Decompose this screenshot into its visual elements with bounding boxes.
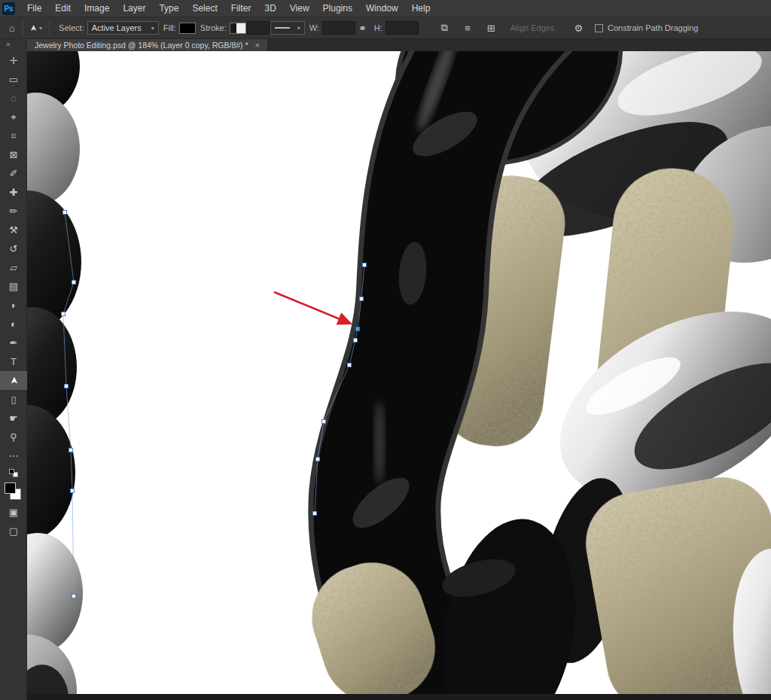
eyedropper-tool-icon: ✐	[10, 168, 18, 179]
tool-preset-picker[interactable]: ➤ ▾	[28, 23, 44, 33]
crop-tool-icon: ⌗	[11, 130, 16, 142]
menu-image[interactable]: Image	[78, 0, 116, 17]
select-mode-dropdown[interactable]: Active Layers ▾	[87, 21, 159, 35]
path-operations-icon[interactable]: ⧉	[438, 22, 451, 34]
chevron-down-icon: ▾	[151, 25, 154, 32]
move-tool[interactable]: ✛	[0, 51, 27, 70]
chevron-down-icon: ▾	[297, 25, 300, 32]
object-selection-tool[interactable]: ⌖	[0, 108, 27, 126]
eraser-tool[interactable]: ▱	[0, 258, 27, 277]
menu-help[interactable]: Help	[405, 0, 437, 17]
hand-tool[interactable]: ☛	[0, 409, 27, 428]
stroke-style-dropdown[interactable]: ▾	[270, 21, 305, 35]
screen-mode-button[interactable]: ▢	[0, 522, 27, 540]
selected-path-anchor[interactable]	[356, 327, 360, 331]
zoom-tool-icon: ⚲	[10, 431, 17, 443]
divider	[49, 20, 50, 35]
home-icon[interactable]: ⌂	[6, 23, 18, 34]
pen-tool[interactable]: ✒	[0, 333, 27, 352]
rectangular-marquee-tool[interactable]: ▭	[0, 70, 27, 89]
clone-stamp-tool[interactable]: ⚒	[0, 221, 27, 239]
path-anchor[interactable]	[63, 211, 67, 215]
quick-mask-icon: ▣	[9, 507, 18, 518]
path-anchor[interactable]	[354, 339, 358, 342]
close-tab-icon[interactable]: ×	[255, 41, 260, 50]
canvas-svg	[27, 51, 771, 694]
photoshop-window: Ps File Edit Image Layer Type Select Fil…	[0, 0, 771, 700]
constrain-path-label: Constrain Path Dragging	[608, 23, 698, 32]
path-alignment-icon[interactable]: ≡	[462, 23, 474, 34]
menu-select[interactable]: Select	[185, 0, 224, 17]
rectangle-tool-icon: ▯	[11, 394, 16, 405]
constrain-path-checkbox[interactable]	[595, 24, 603, 32]
stroke-width-field[interactable]	[246, 21, 270, 35]
hand-tool-icon: ☛	[9, 412, 18, 424]
path-anchor[interactable]	[69, 449, 73, 452]
spot-healing-tool-icon: ✚	[10, 187, 18, 198]
clone-stamp-tool-icon: ⚒	[9, 224, 18, 236]
menu-window[interactable]: Window	[359, 0, 405, 17]
document-tab-title: Jewelry Photo Editing.psd @ 184% (Layer …	[35, 41, 248, 50]
history-brush-tool[interactable]: ↺	[0, 239, 27, 258]
document-tab-bar: Jewelry Photo Editing.psd @ 184% (Layer …	[27, 39, 771, 51]
menu-3d[interactable]: 3D	[258, 0, 282, 17]
stroke-swatch[interactable]	[230, 23, 246, 34]
edit-toolbar-button[interactable]: ⋯	[0, 446, 27, 465]
zoom-tool[interactable]: ⚲	[0, 428, 27, 446]
align-edges-button[interactable]: Align Edges	[510, 23, 555, 32]
screen-mode-icon: ▢	[9, 525, 18, 537]
height-field[interactable]	[386, 21, 419, 35]
color-swatches	[0, 480, 27, 503]
path-selection-tool[interactable]: ➤	[0, 371, 27, 390]
collapse-toolbar-icon[interactable]: »	[0, 39, 26, 51]
blur-tool[interactable]: ◗	[0, 296, 27, 315]
default-colors-icon[interactable]	[0, 468, 27, 479]
lasso-tool[interactable]: ◌	[0, 89, 27, 108]
path-anchor[interactable]	[348, 364, 352, 367]
link-dimensions-icon[interactable]: ⚭	[355, 23, 370, 34]
path-arrangement-icon[interactable]: ⊞	[484, 23, 498, 34]
frame-tool[interactable]: ⊠	[0, 145, 27, 164]
stroke-label: Stroke:	[200, 23, 227, 32]
brush-tool[interactable]: ✏	[0, 202, 27, 221]
status-bar	[27, 694, 771, 700]
quick-mask-button[interactable]: ▣	[0, 503, 27, 522]
history-brush-tool-icon: ↺	[10, 243, 18, 254]
menu-layer[interactable]: Layer	[116, 0, 152, 17]
path-anchor[interactable]	[363, 263, 367, 267]
foreground-color-swatch[interactable]	[5, 482, 16, 494]
path-anchor[interactable]	[322, 420, 326, 424]
menu-view[interactable]: View	[283, 0, 316, 17]
spot-healing-brush-tool[interactable]: ✚	[0, 183, 27, 202]
fill-swatch[interactable]	[179, 23, 196, 34]
path-anchor[interactable]	[313, 512, 317, 516]
width-field[interactable]	[322, 21, 355, 35]
dodge-tool[interactable]: ◐	[0, 315, 27, 333]
gear-icon[interactable]: ⚙	[571, 23, 586, 34]
menu-edit[interactable]: Edit	[48, 0, 78, 17]
gradient-tool[interactable]: ▤	[0, 277, 27, 296]
menu-filter[interactable]: Filter	[224, 0, 258, 17]
default-foreground-swatch	[9, 469, 14, 474]
menu-plugins[interactable]: Plugins	[316, 0, 359, 17]
menu-type[interactable]: Type	[152, 0, 185, 17]
menu-bar: Ps File Edit Image Layer Type Select Fil…	[0, 0, 771, 17]
path-anchor[interactable]	[71, 489, 75, 493]
select-label: Select:	[59, 23, 84, 32]
menu-file[interactable]: File	[20, 0, 48, 17]
path-anchor[interactable]	[65, 385, 69, 388]
document-tab[interactable]: Jewelry Photo Editing.psd @ 184% (Layer …	[27, 39, 267, 51]
path-anchor[interactable]	[360, 297, 364, 301]
path-anchor[interactable]	[72, 595, 76, 598]
path-anchor[interactable]	[316, 458, 320, 461]
type-tool[interactable]: T	[0, 352, 27, 371]
eyedropper-tool[interactable]: ✐	[0, 164, 27, 183]
chevron-down-icon: ▾	[39, 25, 42, 32]
path-anchor[interactable]	[72, 281, 76, 285]
crop-tool[interactable]: ⌗	[0, 126, 27, 145]
move-tool-icon: ✛	[10, 55, 18, 66]
path-anchor[interactable]	[62, 312, 66, 316]
rectangle-tool[interactable]: ▯	[0, 390, 27, 409]
document-canvas[interactable]	[27, 51, 771, 694]
path-selection-tool-icon: ➤	[5, 376, 23, 385]
